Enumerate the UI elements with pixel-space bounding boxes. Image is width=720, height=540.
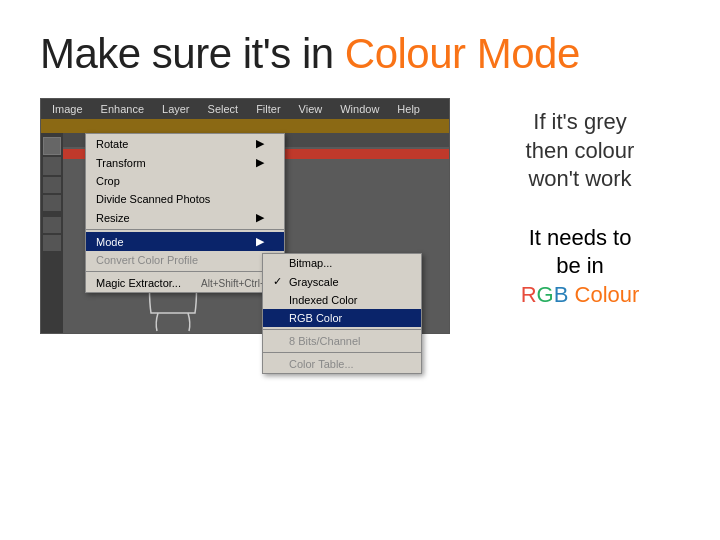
- menu-item-rotate[interactable]: Rotate▶: [86, 134, 284, 153]
- page-title: Make sure it's in Colour Mode: [40, 30, 680, 78]
- info-text-rgb: It needs to be in RGB Colour: [480, 224, 680, 310]
- ps-menubar: Image Enhance Layer Select Filter View W…: [41, 99, 449, 119]
- tool-lasso[interactable]: [43, 177, 61, 193]
- tool-select[interactable]: [43, 157, 61, 175]
- rgb-b: B: [554, 282, 569, 307]
- ps-workspace: 25 30 35 Rotate▶ Transform▶: [41, 133, 449, 333]
- menu-item-magic-extractor[interactable]: Magic Extractor... Alt+Shift+Ctrl+V: [86, 274, 284, 292]
- rgb-colour-text: Colour: [568, 282, 639, 307]
- tool-clone[interactable]: [43, 235, 61, 251]
- tool-healing[interactable]: [43, 217, 61, 233]
- menu-layer[interactable]: Layer: [159, 102, 193, 116]
- info-text-grey: If it's grey then colour won't work: [480, 108, 680, 194]
- menu-item-crop[interactable]: Crop: [86, 172, 284, 190]
- menu-item-convert: Convert Color Profile: [86, 251, 284, 269]
- ps-toolbar: [41, 133, 63, 333]
- menu-select[interactable]: Select: [205, 102, 242, 116]
- submenu-bits: 8 Bits/Channel: [263, 332, 421, 350]
- title-prefix: Make sure it's in: [40, 30, 345, 77]
- ps-dropdown-menu: Rotate▶ Transform▶ Crop Divide Scanned P…: [85, 133, 285, 293]
- rgb-g: G: [537, 282, 554, 307]
- submenu-bitmap[interactable]: Bitmap...: [263, 254, 421, 272]
- menu-item-mode[interactable]: Mode▶: [86, 232, 284, 251]
- menu-image[interactable]: Image: [49, 102, 86, 116]
- menu-view[interactable]: View: [296, 102, 326, 116]
- title-highlight: Colour Mode: [345, 30, 580, 77]
- mode-submenu: Bitmap... ✓ Grayscale Indexed Color: [262, 253, 422, 374]
- tool-move[interactable]: [43, 137, 61, 155]
- menu-item-resize[interactable]: Resize▶: [86, 208, 284, 227]
- info-block-rgb: It needs to be in RGB Colour: [480, 224, 680, 310]
- info-block-grey: If it's grey then colour won't work: [480, 108, 680, 194]
- page: Make sure it's in Colour Mode Image Enha…: [0, 0, 720, 540]
- tool-crop[interactable]: [43, 195, 61, 211]
- menu-window[interactable]: Window: [337, 102, 382, 116]
- screenshot-area: Image Enhance Layer Select Filter View W…: [40, 98, 450, 334]
- bar1: [41, 119, 449, 133]
- separator-2: [86, 271, 284, 272]
- submenu-rgb-color[interactable]: RGB Color: [263, 309, 421, 327]
- submenu-grayscale[interactable]: ✓ Grayscale: [263, 272, 421, 291]
- rgb-r: R: [521, 282, 537, 307]
- ps-canvas: 25 30 35 Rotate▶ Transform▶: [63, 133, 449, 333]
- submenu-indexed-color[interactable]: Indexed Color: [263, 291, 421, 309]
- menu-item-divide[interactable]: Divide Scanned Photos: [86, 190, 284, 208]
- submenu-sep-1: [263, 329, 421, 330]
- menu-filter[interactable]: Filter: [253, 102, 283, 116]
- submenu-color-table: Color Table...: [263, 355, 421, 373]
- menu-help[interactable]: Help: [394, 102, 423, 116]
- separator-1: [86, 229, 284, 230]
- submenu-sep-2: [263, 352, 421, 353]
- content-area: Image Enhance Layer Select Filter View W…: [40, 98, 680, 334]
- menu-enhance[interactable]: Enhance: [98, 102, 147, 116]
- menu-item-transform[interactable]: Transform▶: [86, 153, 284, 172]
- right-text-panel: If it's grey then colour won't work It n…: [480, 98, 680, 310]
